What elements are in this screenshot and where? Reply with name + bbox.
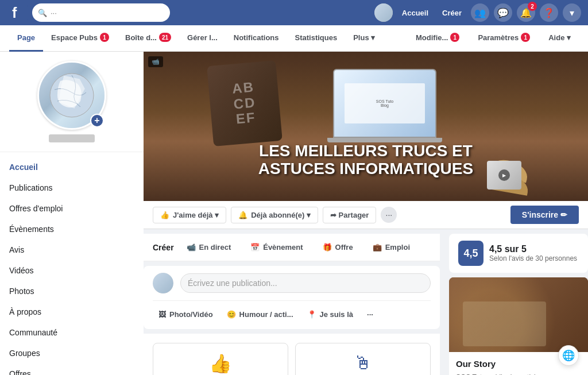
content-main: Créer 📹 En direct 📅 Évènement 🎁 Offre	[144, 229, 444, 375]
jaime-button[interactable]: 👍 J'aime déjà ▾	[153, 207, 226, 223]
video-camera-icon: 📹	[152, 58, 160, 65]
offre-button[interactable]: 🎁 Offre	[316, 239, 360, 255]
question-icon: ❓	[543, 7, 555, 18]
mini-avatar	[153, 273, 173, 293]
statistiques-tab[interactable]: Statistiques	[287, 25, 346, 52]
sidebar-item-evenements[interactable]: Évènements	[0, 219, 144, 239]
rating-detail: Selon l'avis de 30 personnes	[489, 254, 577, 262]
modifier-label: Modifie...	[416, 33, 448, 42]
modifier-button[interactable]: Modifie... 1	[408, 25, 467, 52]
search-bar[interactable]: 🔍	[32, 3, 170, 22]
plus-tab[interactable]: Plus ▾	[345, 25, 383, 52]
svg-rect-0	[7, 2, 28, 23]
notification-badge: 2	[528, 2, 537, 11]
friends-icon-button[interactable]: 👥	[471, 3, 489, 22]
messenger-icon: 💬	[497, 7, 509, 18]
gerer-tab[interactable]: Gérer l...	[179, 25, 226, 52]
profile-section: +	[0, 52, 144, 152]
partager-button[interactable]: ➦ Partager	[323, 207, 376, 223]
pin-icon: 📍	[307, 310, 316, 319]
creer-button[interactable]: Créer	[438, 6, 466, 20]
en-direct-button[interactable]: 📹 En direct	[180, 239, 238, 255]
our-story-text: SOS Tuto publie des articles sur l'infor…	[456, 372, 581, 375]
create-row: Créer 📹 En direct 📅 Évènement 🎁 Offre	[144, 234, 440, 261]
ellipsis-icon: ···	[386, 210, 393, 219]
more-tools-button[interactable]: ···	[361, 307, 379, 322]
globe-icon: 🌐	[562, 349, 575, 362]
add-photo-button[interactable]: +	[90, 114, 104, 127]
content-area: SOS TutoBlog ABCDEF LES MEILLEURS TRUCS …	[144, 52, 588, 375]
photo-icon: 🖼	[158, 310, 166, 319]
page-tab[interactable]: Page	[9, 25, 43, 52]
boite-label: Boîte d...	[125, 33, 157, 42]
cover-photo: SOS TutoBlog ABCDEF LES MEILLEURS TRUCS …	[144, 52, 588, 201]
sidebar: + Accueil Publications Offres d'emploi É…	[0, 52, 144, 375]
plus-label: Plus ▾	[353, 33, 375, 42]
sinscrire-button[interactable]: S'inscrire ✏	[510, 206, 579, 224]
sidebar-item-offres[interactable]: Offres	[0, 364, 144, 375]
boite-tab[interactable]: Boîte d... 21	[117, 25, 179, 52]
suggestion-likes-card[interactable]: 👍 Obtenez plus de mentions J'aime la Pag…	[153, 343, 288, 375]
sidebar-item-offres-emploi[interactable]: Offres d'emploi	[0, 198, 144, 219]
humour-button[interactable]: 😊 Humour / acti...	[221, 307, 299, 322]
search-input[interactable]	[51, 9, 164, 17]
help-icon-button[interactable]: ❓	[540, 3, 558, 22]
facebook-logo[interactable]: f	[7, 2, 28, 23]
story-image	[449, 277, 588, 352]
friends-icon: 👥	[474, 7, 486, 18]
notifications-label: Notifications	[234, 33, 279, 42]
notifications-tab[interactable]: Notifications	[226, 25, 287, 52]
evenement-button[interactable]: 📅 Évènement	[243, 239, 310, 255]
more-actions-button[interactable]: ···	[381, 207, 397, 223]
rating-card: 4,5 4,5 sur 5 Selon l'avis de 30 personn…	[449, 234, 588, 273]
video-indicator: 📹	[148, 56, 163, 67]
cover-title: LES MEILLEURS TRUCS ET ASTUCES INFORMATI…	[257, 142, 475, 178]
statistiques-label: Statistiques	[295, 33, 338, 42]
post-input[interactable]: Écrivez une publication...	[180, 273, 431, 293]
sidebar-item-communaute[interactable]: Communauté	[0, 322, 144, 343]
dropdown-button[interactable]: ▾	[563, 3, 581, 22]
search-icon: 🔍	[38, 9, 47, 17]
photo-video-button[interactable]: 🖼 Photo/Vidéo	[153, 307, 219, 322]
create-bar: Écrivez une publication...	[153, 273, 431, 293]
messenger-icon-button[interactable]: 💬	[494, 3, 512, 22]
espace-pubs-badge: 1	[100, 33, 109, 42]
suggestion-clicks-card[interactable]: 🖱 Obtenir plus de clics sur un lien Redi…	[295, 343, 431, 375]
bell-small-icon: 🔔	[238, 211, 247, 219]
sidebar-item-photos[interactable]: Photos	[0, 281, 144, 301]
emoji-icon: 😊	[227, 310, 236, 319]
sidebar-item-publications[interactable]: Publications	[0, 177, 144, 198]
sidebar-item-avis[interactable]: Avis	[0, 239, 144, 260]
emploi-button[interactable]: 💼 Emploi	[366, 239, 417, 255]
thumbs-up-icon: 👍	[160, 211, 169, 219]
rating-badge: 4,5	[458, 241, 483, 266]
svg-point-2	[50, 74, 94, 117]
language-button[interactable]: 🌐	[558, 345, 579, 366]
page-name-placeholder	[49, 134, 95, 142]
main-layout: + Accueil Publications Offres d'emploi É…	[0, 52, 588, 375]
sidebar-item-accueil[interactable]: Accueil	[0, 157, 144, 177]
action-bar: 👍 J'aime déjà ▾ 🔔 Déjà abonné(e) ▾ ➦ Par…	[144, 201, 588, 229]
sidebar-item-videos[interactable]: Vidéos	[0, 260, 144, 281]
parametres-button[interactable]: Paramètres 1	[470, 25, 538, 52]
espace-pubs-label: Espace Pubs	[51, 33, 98, 42]
page-tab-label: Page	[17, 33, 35, 42]
calendar-icon: 📅	[250, 243, 260, 252]
user-avatar[interactable]	[374, 3, 393, 22]
page-navigation: Page Espace Pubs 1 Boîte d... 21 Gérer l…	[0, 25, 588, 52]
briefcase-icon: 💼	[373, 243, 382, 252]
espace-pubs-tab[interactable]: Espace Pubs 1	[43, 25, 117, 52]
sidebar-item-a-propos[interactable]: À propos	[0, 301, 144, 322]
content-body: Créer 📹 En direct 📅 Évènement 🎁 Offre	[144, 229, 588, 375]
aide-button[interactable]: Aide ▾	[540, 25, 579, 52]
accueil-button[interactable]: Accueil	[397, 6, 433, 20]
create-post-area: Écrivez une publication... 🖼 Photo/Vidéo…	[144, 266, 440, 329]
creer-label: Créer	[153, 243, 174, 252]
notifications-icon-button[interactable]: 🔔 2	[517, 3, 535, 22]
je-suis-la-button[interactable]: 📍 Je suis là	[301, 307, 359, 322]
abonne-button[interactable]: 🔔 Déjà abonné(e) ▾	[231, 207, 318, 223]
sidebar-item-groupes[interactable]: Groupes	[0, 343, 144, 364]
gift-icon: 🎁	[323, 243, 332, 252]
create-toolbar: 🖼 Photo/Vidéo 😊 Humour / acti... 📍 Je su…	[153, 300, 431, 322]
gerer-label: Gérer l...	[187, 33, 218, 42]
